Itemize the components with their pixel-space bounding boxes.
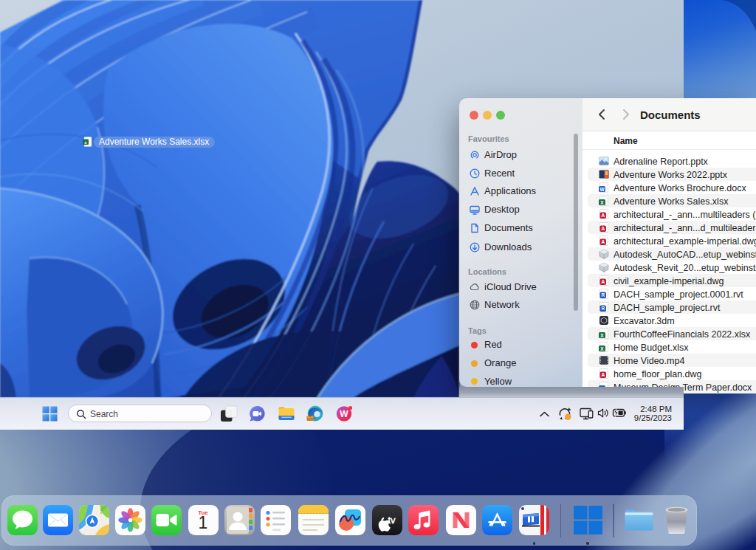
svg-text:W: W [599,187,605,192]
svg-text:X: X [600,200,604,205]
svg-text:A: A [601,279,605,284]
svg-text:A: A [601,226,605,231]
svg-text:tv: tv [388,515,396,526]
svg-text:A: A [601,239,605,244]
svg-text:R: R [601,292,605,298]
svg-text:W: W [340,409,348,419]
svg-text:A: A [601,372,605,377]
svg-text:A: A [601,213,605,218]
svg-text:X: X [600,346,604,351]
svg-text:R: R [601,306,605,311]
svg-text:X: X [600,333,604,338]
